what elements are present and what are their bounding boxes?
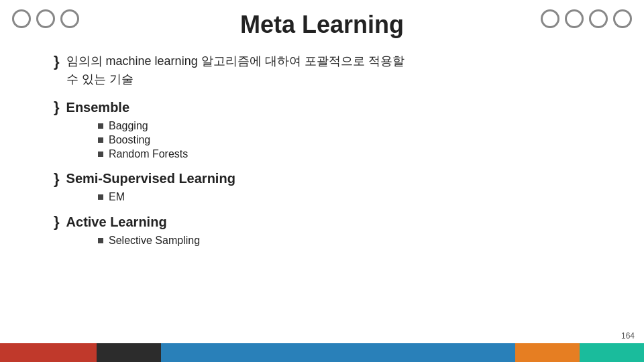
strip-red bbox=[0, 343, 97, 362]
ensemble-title: Ensemble bbox=[66, 100, 129, 115]
circle-6 bbox=[589, 9, 608, 28]
brace-semi: } bbox=[54, 170, 60, 189]
strip-orange bbox=[515, 343, 580, 362]
brace-ensemble: } bbox=[54, 98, 60, 117]
ensemble-header: } Ensemble bbox=[54, 98, 590, 117]
intro-section: } 임의의 machine learning 알고리즘에 대하여 포괄적으로 적… bbox=[54, 52, 590, 88]
list-item: Random Forests bbox=[78, 148, 590, 160]
ensemble-items: Bagging Boosting Random Forests bbox=[54, 120, 590, 160]
square-icon bbox=[98, 194, 103, 200]
semi-supervised-header: } Semi-Supervised Learning bbox=[54, 170, 590, 189]
list-item: Boosting bbox=[78, 134, 590, 146]
brace-active: } bbox=[54, 213, 60, 232]
slide-content: } 임의의 machine learning 알고리즘에 대하여 포괄적으로 적… bbox=[0, 46, 644, 263]
square-icon bbox=[98, 152, 103, 157]
strip-blue bbox=[161, 343, 515, 362]
circle-7 bbox=[613, 9, 632, 28]
top-circles-left bbox=[12, 9, 79, 28]
list-item: Bagging bbox=[78, 120, 590, 132]
strip-dark bbox=[97, 343, 161, 362]
item-em: EM bbox=[109, 191, 125, 203]
circle-5 bbox=[565, 9, 584, 28]
semi-supervised-title: Semi-Supervised Learning bbox=[66, 171, 235, 186]
item-random-forests: Random Forests bbox=[109, 148, 188, 160]
page-number: 164 bbox=[621, 331, 635, 341]
active-learning-title: Active Learning bbox=[66, 215, 167, 230]
circle-3 bbox=[60, 9, 79, 28]
active-learning-section: } Active Learning Selective Sampling bbox=[54, 213, 590, 247]
intro-bullet: } 임의의 machine learning 알고리즘에 대하여 포괄적으로 적… bbox=[54, 52, 590, 88]
item-bagging: Bagging bbox=[109, 120, 148, 132]
active-learning-header: } Active Learning bbox=[54, 213, 590, 232]
intro-text: 임의의 machine learning 알고리즘에 대하여 포괄적으로 적용할… bbox=[66, 52, 405, 88]
square-icon bbox=[98, 123, 103, 129]
bottom-strip bbox=[0, 343, 644, 362]
item-boosting: Boosting bbox=[109, 134, 150, 146]
semi-supervised-items: EM bbox=[54, 191, 590, 203]
circle-4 bbox=[541, 9, 559, 28]
strip-teal bbox=[580, 343, 644, 362]
list-item: Selective Sampling bbox=[78, 235, 590, 247]
square-icon bbox=[98, 238, 103, 243]
semi-supervised-section: } Semi-Supervised Learning EM bbox=[54, 170, 590, 204]
circle-2 bbox=[36, 9, 55, 28]
top-circles-right bbox=[541, 9, 632, 28]
circle-1 bbox=[12, 9, 31, 28]
ensemble-section: } Ensemble Bagging Boosting Random Fores… bbox=[54, 98, 590, 160]
square-icon bbox=[98, 137, 103, 143]
active-learning-items: Selective Sampling bbox=[54, 235, 590, 247]
brace-icon: } bbox=[54, 52, 60, 72]
list-item: EM bbox=[78, 191, 590, 203]
item-selective-sampling: Selective Sampling bbox=[109, 235, 200, 247]
